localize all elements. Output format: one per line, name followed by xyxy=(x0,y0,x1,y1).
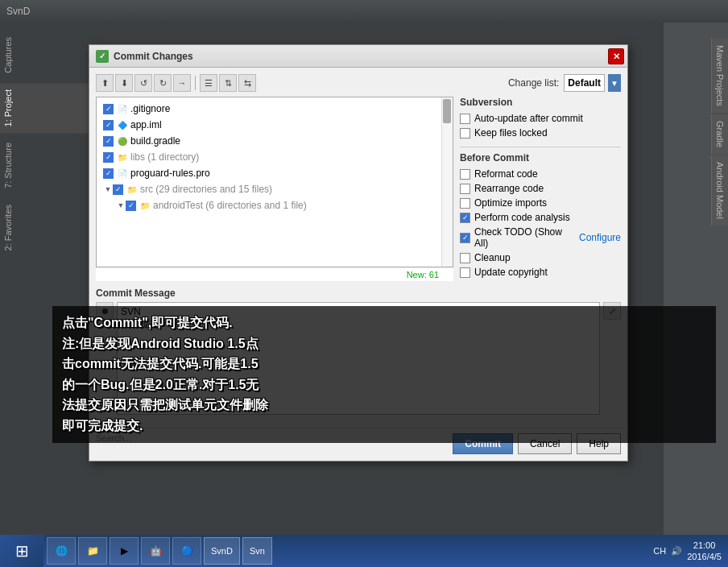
sidebar-item-captures[interactable]: Captures xyxy=(0,31,89,80)
checkbox-copyright[interactable] xyxy=(460,267,470,278)
checkbox-gitignore[interactable]: ✓ xyxy=(103,104,114,114)
option-optimize: Optimize imports xyxy=(460,197,621,209)
svn-option-keeplocked: Keep files locked xyxy=(460,127,621,139)
checkbox-checktodo[interactable]: ✓ xyxy=(460,233,470,243)
annotation-text: 点击"Commit",即可提交代码. 注:但是发现Android Studio … xyxy=(62,312,706,437)
checkbox-src[interactable]: ✓ xyxy=(113,184,123,195)
sidebar-item-favorites[interactable]: 2: Favorites xyxy=(0,198,89,257)
file-item-src[interactable]: ▼ ✓ 📁 src (29 directories and 15 files) xyxy=(100,181,449,197)
checkbox-cleanup[interactable] xyxy=(460,253,470,263)
ide-right-panel: Maven Projects Gradle Android Model xyxy=(664,23,728,535)
option-reformat: Reformat code xyxy=(460,168,621,180)
toolbar-btn-refresh[interactable]: ↺ xyxy=(134,74,152,92)
tab-gradle[interactable]: Gradle xyxy=(711,114,728,154)
svn-panel: Subversion Auto-update after commit Keep… xyxy=(460,97,621,281)
file-item-androidtest[interactable]: ▼ ✓ 📁 androidTest (6 directories and 1 f… xyxy=(100,197,449,213)
toolbar-btn-list[interactable]: ☰ xyxy=(200,74,217,92)
label-reformat: Reformat code xyxy=(474,168,538,180)
checkbox-optimize[interactable] xyxy=(460,198,470,209)
taskbar-icon-ie[interactable]: 🌐 xyxy=(47,537,76,565)
clock-time: 21:00 xyxy=(687,540,722,551)
changelist-arrow[interactable]: ▼ xyxy=(608,74,621,92)
checkbox-autoupdate[interactable] xyxy=(460,114,470,124)
checkbox-keeplocked[interactable] xyxy=(460,128,470,139)
file-label-src: src (29 directories and 15 files) xyxy=(140,184,272,195)
file-item-buildgradle[interactable]: ✓ 🟢 build.gradle xyxy=(100,133,449,149)
file-label-buildgradle: build.gradle xyxy=(130,135,180,147)
changelist-label: Change list: xyxy=(508,77,559,89)
appiml-icon: 🔷 xyxy=(117,119,128,130)
dialog-titlebar: ✓ Commit Changes ✕ xyxy=(89,45,627,68)
src-arrow: ▼ xyxy=(103,184,113,194)
changelist-dropdown[interactable]: Default xyxy=(564,74,605,92)
dialog-main: ✓ 📄 .gitignore ✓ 🔷 app.iml ✓ 🟢 xyxy=(96,97,621,281)
scroll-thumb xyxy=(443,99,451,123)
clock-date: 2016/4/5 xyxy=(687,551,722,562)
file-item-libs[interactable]: ✓ 📁 libs (1 directory) xyxy=(100,149,449,165)
label-copyright: Update copyright xyxy=(474,267,548,278)
taskbar-svnd-label: SvnD xyxy=(211,546,233,556)
label-autoupdate: Auto-update after commit xyxy=(474,113,583,124)
file-label-gitignore: .gitignore xyxy=(130,103,170,114)
file-tree-scrollbar[interactable] xyxy=(441,97,453,267)
taskbar-item-svn[interactable]: Svn xyxy=(242,537,272,565)
dialog-title: Commit Changes xyxy=(114,51,193,62)
toolbar-btn-move[interactable]: → xyxy=(173,74,191,92)
file-label-appiml: app.iml xyxy=(130,119,162,130)
file-tree-panel[interactable]: ✓ 📄 .gitignore ✓ 🔷 app.iml ✓ 🟢 xyxy=(96,97,453,267)
file-item-gitignore[interactable]: ✓ 📄 .gitignore xyxy=(100,101,449,117)
label-optimize: Optimize imports xyxy=(474,197,547,209)
svn-option-autoupdate: Auto-update after commit xyxy=(460,113,621,124)
toolbar-btn-expand[interactable]: ⇅ xyxy=(219,74,237,92)
file-tree-container: ✓ 📄 .gitignore ✓ 🔷 app.iml ✓ 🟢 xyxy=(96,97,453,281)
option-copyright: Update copyright xyxy=(460,267,621,278)
configure-link[interactable]: Configure xyxy=(579,232,621,243)
checkbox-reformat[interactable] xyxy=(460,169,470,180)
tab-maven[interactable]: Maven Projects xyxy=(711,39,728,113)
checkbox-androidtest[interactable]: ✓ xyxy=(126,201,136,211)
checkbox-appiml[interactable]: ✓ xyxy=(103,120,114,130)
label-cleanup: Cleanup xyxy=(474,252,511,263)
taskbar-icon-android[interactable]: 🤖 xyxy=(141,537,170,565)
toolbar-btn-diff[interactable]: ⇆ xyxy=(238,74,256,92)
taskbar-icon-chrome[interactable]: 🔵 xyxy=(172,537,201,565)
toolbar-btn-undo[interactable]: ↻ xyxy=(154,74,172,92)
file-label-androidtest: androidTest (6 directories and 1 file) xyxy=(153,200,307,211)
tab-android-model[interactable]: Android Model xyxy=(711,155,728,226)
label-checktodo: Check TODO (Show All) xyxy=(474,226,576,249)
ide-sidebar: Captures 1: Project 7: Structure 2: Favo… xyxy=(0,23,89,535)
taskbar-right: CH 🔊 21:00 2016/4/5 xyxy=(647,540,728,563)
file-item-appiml[interactable]: ✓ 🔷 app.iml xyxy=(100,117,449,133)
taskbar-icon-explorer[interactable]: 📁 xyxy=(78,537,107,565)
checkbox-buildgradle[interactable]: ✓ xyxy=(103,136,114,147)
taskbar-lang: CH xyxy=(653,546,666,556)
taskbar-svn-label: Svn xyxy=(250,546,265,556)
checkbox-rearrange[interactable] xyxy=(460,184,470,194)
file-item-proguard[interactable]: ✓ 📄 proguard-rules.pro xyxy=(100,165,449,181)
taskbar-icons: 🔊 xyxy=(671,546,682,557)
toolbar-btn-1[interactable]: ⬆ xyxy=(96,74,114,92)
checkbox-codeanalysis[interactable]: ✓ xyxy=(460,213,470,223)
option-rearrange: Rearrange code xyxy=(460,183,621,194)
sidebar-item-structure[interactable]: 7: Structure xyxy=(0,136,89,195)
taskbar-icon-media[interactable]: ▶ xyxy=(110,537,139,565)
toolbar-btn-2[interactable]: ⬇ xyxy=(115,74,133,92)
close-button[interactable]: ✕ xyxy=(608,48,624,64)
annotation-overlay: 点击"Commit",即可提交代码. 注:但是发现Android Studio … xyxy=(52,306,716,443)
file-tree-content: ✓ 📄 .gitignore ✓ 🔷 app.iml ✓ 🟢 xyxy=(97,97,453,217)
before-commit-title: Before Commit xyxy=(460,147,621,163)
taskbar-items: 🌐 📁 ▶ 🤖 🔵 SvnD Svn xyxy=(43,537,647,565)
checkbox-libs[interactable]: ✓ xyxy=(103,152,114,163)
sidebar-item-project[interactable]: 1: Project xyxy=(0,83,89,133)
toolbar-separator xyxy=(195,76,196,90)
checkbox-proguard[interactable]: ✓ xyxy=(103,168,114,179)
gitignore-icon: 📄 xyxy=(117,103,128,114)
taskbar-item-svnd[interactable]: SvnD xyxy=(204,537,240,565)
ide-titlebar: SvnD xyxy=(0,0,728,23)
src-icon: 📁 xyxy=(126,184,138,195)
label-rearrange: Rearrange code xyxy=(474,183,544,194)
new-badge: New: 61 xyxy=(96,267,453,281)
buildgradle-icon: 🟢 xyxy=(117,135,128,147)
start-button[interactable]: ⊞ xyxy=(0,535,43,567)
right-tabs: Maven Projects Gradle Android Model xyxy=(664,23,728,226)
